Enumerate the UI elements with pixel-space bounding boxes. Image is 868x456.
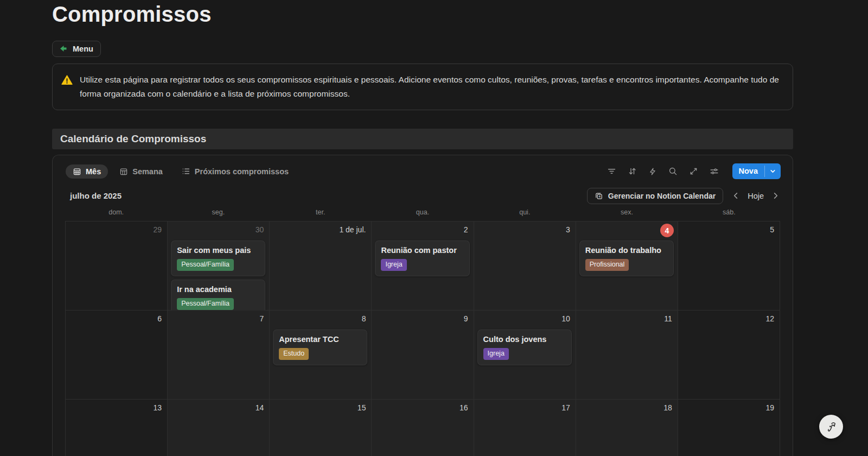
calendar-card: Mês Semana	[52, 155, 793, 456]
tab-mes[interactable]: Mês	[66, 164, 108, 179]
calendar-day-cell[interactable]: 2Reunião com pastorIgreja	[372, 221, 474, 311]
calendar-event[interactable]: Sair com meus paisPessoal/Família	[171, 240, 265, 276]
automation-icon[interactable]	[648, 167, 657, 176]
date-label: 11	[664, 314, 672, 323]
calendar-day-cell[interactable]: 1 de jul.	[270, 221, 372, 311]
event-category-tag: Igreja	[381, 259, 406, 271]
event-title: Apresentar TCC	[279, 334, 361, 344]
calendar-day-cell[interactable]: 9	[372, 311, 474, 400]
event-title: Reunião com pastor	[381, 245, 463, 255]
event-category-tag: Profissional	[585, 259, 629, 271]
list-icon	[181, 167, 190, 176]
calendar-event[interactable]: Reunião com pastorIgreja	[375, 240, 469, 276]
calendar-day-cell[interactable]: 3	[474, 221, 576, 311]
today-date-badge: 4	[660, 224, 674, 237]
view-tabs: Mês Semana	[66, 164, 296, 179]
date-label: 1 de jul.	[339, 225, 366, 234]
menu-button[interactable]: Menu	[52, 41, 101, 57]
day-events: Reunião do trabalhoProfissional	[576, 240, 678, 276]
calendar-day-cell[interactable]: 29	[66, 221, 168, 311]
tab-label: Próximos compromissos	[195, 167, 289, 176]
calendar-event[interactable]: Reunião do trabalhoProfissional	[579, 240, 674, 276]
day-events: Sair com meus paisPessoal/FamíliaIr na a…	[168, 240, 269, 315]
tab-semana[interactable]: Semana	[112, 164, 170, 179]
callout: Utilize esta página para registrar todos…	[52, 64, 793, 110]
callout-text: Utilize esta página para registrar todos…	[80, 73, 780, 101]
back-arrow-icon	[59, 44, 68, 53]
calendar-day-cell[interactable]: 10Culto dos jovensIgreja	[474, 311, 576, 400]
weekday-label: ter.	[270, 208, 372, 216]
date-label: 2	[464, 225, 468, 234]
toolbar-actions: Nova	[607, 163, 781, 179]
calendar-day-cell[interactable]: 15	[270, 400, 372, 456]
manage-notion-calendar-button[interactable]: 4 Gerenciar no Notion Calendar	[587, 188, 723, 204]
date-label: 3	[566, 225, 570, 234]
calendar-day-cell[interactable]: 18	[576, 400, 678, 456]
warning-icon	[61, 74, 73, 86]
month-label: julho de 2025	[70, 191, 122, 200]
weekday-label: qui.	[474, 208, 576, 216]
date-label: 18	[663, 403, 672, 412]
chevron-down-icon[interactable]	[765, 163, 781, 179]
calendar-event[interactable]: Apresentar TCCEstudo	[273, 330, 367, 365]
date-label: 29	[154, 225, 162, 234]
sort-icon[interactable]	[628, 167, 637, 176]
event-title: Ir na academia	[177, 284, 259, 294]
calendar-day-cell[interactable]: 13	[66, 400, 168, 456]
chevron-left-icon[interactable]	[732, 192, 740, 200]
calendar-day-cell[interactable]: 6	[66, 311, 168, 400]
date-label: 13	[154, 403, 162, 412]
calendar-event[interactable]: Culto dos jovensIgreja	[477, 330, 572, 365]
expand-icon[interactable]	[689, 167, 698, 176]
month-navigation: julho de 2025 4 Gerenciar no Notion Cale…	[53, 180, 793, 204]
new-entry-button[interactable]: Nova	[732, 163, 781, 179]
weekday-label: sáb.	[678, 208, 780, 216]
search-icon[interactable]	[668, 167, 678, 176]
today-button[interactable]: Hoje	[748, 192, 764, 200]
date-label: 14	[256, 403, 264, 412]
weekday-row: dom.seg.ter.qua.qui.sex.sáb.	[65, 208, 780, 221]
weekday-label: dom.	[65, 208, 167, 216]
calendar-day-cell[interactable]: 30Sair com meus paisPessoal/FamíliaIr na…	[168, 221, 270, 311]
calendar-icon	[119, 167, 128, 176]
svg-text:4: 4	[598, 195, 601, 198]
notion-ai-face-icon	[824, 420, 839, 434]
weekday-label: sex.	[576, 208, 678, 216]
chevron-right-icon[interactable]	[771, 192, 780, 200]
calendar-grid: 2930Sair com meus paisPessoal/FamíliaIr …	[65, 221, 780, 456]
manage-button-label: Gerenciar no Notion Calendar	[608, 192, 716, 200]
menu-button-label: Menu	[73, 45, 93, 53]
tab-label: Mês	[86, 167, 101, 176]
event-category-tag: Igreja	[483, 348, 509, 360]
section-title: Calendário de Compromissos	[60, 133, 206, 145]
notion-ai-button[interactable]	[819, 415, 843, 439]
calendar-day-cell[interactable]: 5	[678, 221, 780, 311]
tab-label: Semana	[132, 167, 163, 176]
view-settings-icon[interactable]	[710, 167, 719, 176]
calendar-day-cell[interactable]: 12	[678, 311, 780, 400]
calendar-day-cell[interactable]: 11	[576, 311, 678, 400]
event-category-tag: Estudo	[279, 348, 309, 360]
page-title: Compromissos	[52, 2, 212, 27]
day-events: Reunião com pastorIgreja	[372, 240, 473, 276]
calendar-day-cell[interactable]: 7	[168, 311, 270, 400]
event-title: Sair com meus pais	[177, 245, 259, 255]
date-label: 5	[770, 225, 774, 234]
day-events: Apresentar TCCEstudo	[270, 330, 371, 365]
day-events: Culto dos jovensIgreja	[474, 330, 576, 365]
calendar-day-cell[interactable]: 19	[678, 400, 780, 456]
weekday-label: qua.	[372, 208, 474, 216]
date-label: 17	[561, 403, 570, 412]
calendar-day-cell[interactable]: 8Apresentar TCCEstudo	[270, 311, 372, 400]
calendar-day-cell[interactable]: 16	[372, 400, 474, 456]
date-label: 30	[256, 225, 264, 234]
calendar-day-cell[interactable]: 17	[474, 400, 576, 456]
filter-icon[interactable]	[607, 167, 616, 176]
calendar-day-cell[interactable]: 14	[168, 400, 270, 456]
section-header: Calendário de Compromissos	[52, 129, 793, 149]
date-label: 7	[259, 314, 264, 323]
date-label: 15	[358, 403, 366, 412]
tab-proximos-compromissos[interactable]: Próximos compromissos	[174, 164, 296, 179]
date-label: 12	[765, 314, 774, 323]
calendar-day-cell[interactable]: 4Reunião do trabalhoProfissional	[576, 221, 678, 311]
